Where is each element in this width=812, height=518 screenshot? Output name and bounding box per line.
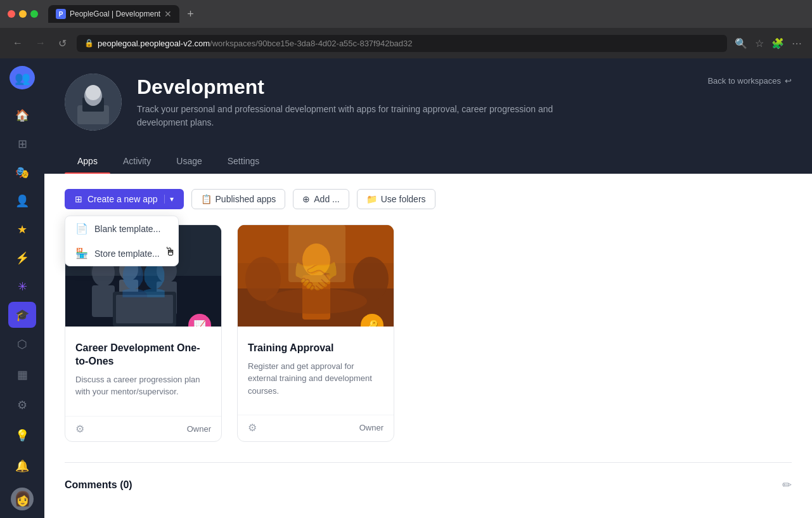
add-icon: ⊕ — [302, 194, 310, 204]
comments-section: Comments (0) ✏ — [65, 462, 792, 492]
svg-rect-24 — [288, 225, 345, 282]
use-folders-button[interactable]: 📁 Use folders — [357, 189, 435, 209]
sidebar-item-table[interactable]: ▦ — [8, 361, 36, 389]
app-logo[interactable]: 👥 — [10, 66, 35, 89]
career-app-title: Career Development One-to-Ones — [75, 342, 211, 368]
trend-icon: 📈 — [193, 320, 206, 327]
training-owner-label: Owner — [359, 423, 383, 432]
people-icon: 🎭 — [15, 165, 29, 179]
table-icon: ▦ — [17, 368, 28, 382]
bookmark-icon[interactable]: ☆ — [755, 37, 764, 49]
app-card-training[interactable]: 🔑 Training Approval Register and get app… — [237, 224, 394, 442]
career-settings-icon[interactable]: ⚙ — [75, 423, 84, 435]
asterisk-icon: ✳ — [18, 280, 27, 294]
browser-tab[interactable]: P PeopleGoal | Development ✕ — [48, 5, 179, 23]
search-toolbar-icon[interactable]: 🔍 — [735, 37, 747, 49]
workspace-tabs: Apps Activity Usage Settings — [65, 148, 792, 174]
lock-icon: 🔒 — [84, 39, 94, 48]
tab-favicon: P — [56, 9, 66, 19]
main-content: Development Track your personal and prof… — [44, 58, 812, 518]
url-display: peoplegoal.peoplegoal-v2.com/workspaces/… — [98, 39, 413, 48]
back-button[interactable]: ← — [10, 35, 25, 51]
workspace-avatar — [65, 74, 122, 131]
grid-icon: ⊞ — [18, 137, 27, 151]
sidebar-item-structure[interactable]: ⬡ — [8, 330, 36, 358]
sidebar-item-development[interactable]: 🎓 — [8, 302, 36, 328]
sidebar-item-bell[interactable]: 🔔 — [8, 452, 36, 480]
back-arrow-icon: ↩ — [785, 76, 792, 86]
back-to-workspaces-link[interactable]: Back to workspaces ↩ — [707, 74, 792, 86]
training-app-desc: Register and get approval for external t… — [248, 360, 383, 398]
training-card-footer: ⚙ Owner — [238, 415, 394, 440]
profile-icon: 👤 — [15, 194, 29, 208]
sidebar-item-profile[interactable]: 👤 — [8, 188, 36, 214]
training-image-svg — [238, 225, 394, 327]
extensions-icon[interactable]: 🧩 — [771, 37, 784, 49]
edit-comment-icon[interactable]: ✏ — [782, 478, 792, 492]
sidebar-item-activity[interactable]: ⚡ — [8, 245, 36, 271]
create-icon: ⊞ — [75, 194, 82, 204]
sidebar-item-favorites[interactable]: ★ — [8, 216, 36, 242]
tab-close-icon[interactable]: ✕ — [164, 9, 172, 19]
tab-title: PeopleGoal | Development — [70, 10, 160, 18]
address-bar[interactable]: 🔒 peoplegoal.peoplegoal-v2.com/workspace… — [77, 35, 727, 52]
comments-title: Comments (0) — [65, 479, 132, 491]
store-template-icon: 🏪 — [75, 247, 88, 259]
maximize-button[interactable] — [30, 10, 38, 18]
close-button[interactable] — [8, 10, 15, 18]
sidebar-item-lightbulb[interactable]: 💡 — [8, 422, 36, 450]
workspace-title: Development — [137, 75, 581, 99]
home-icon: 🏠 — [15, 108, 29, 122]
svg-rect-14 — [116, 295, 173, 323]
tab-settings[interactable]: Settings — [215, 148, 273, 174]
card-image-training: 🔑 — [238, 225, 394, 327]
store-template-item[interactable]: 🏪 Store template... — [65, 241, 178, 266]
page-content: ⊞ Create a new app ▾ 📄 Blank template... — [44, 174, 812, 518]
svg-point-4 — [86, 85, 101, 100]
create-new-app-button[interactable]: ⊞ Create a new app ▾ — [65, 189, 184, 209]
published-icon: 📋 — [201, 194, 212, 204]
minimize-button[interactable] — [19, 10, 27, 18]
add-button[interactable]: ⊕ Add ... — [293, 189, 349, 209]
refresh-button[interactable]: ↺ — [56, 35, 69, 52]
workspace-avatar-image — [65, 74, 122, 131]
menu-icon[interactable]: ⋯ — [792, 37, 802, 49]
sidebar: 👥 🏠 ⊞ 🎭 👤 ★ ⚡ ✳ 🎓 — [0, 58, 44, 518]
career-owner-label: Owner — [187, 424, 211, 434]
blank-template-item[interactable]: 📄 Blank template... — [65, 216, 178, 241]
training-card-body: Training Approval Register and get appro… — [238, 327, 394, 415]
workspace-description: Track your personal and professional dev… — [137, 103, 581, 129]
user-avatar-icon: 👩 — [14, 491, 31, 507]
tab-usage[interactable]: Usage — [164, 148, 214, 174]
sidebar-item-home[interactable]: 🏠 — [8, 102, 36, 128]
training-app-title: Training Approval — [248, 342, 383, 355]
sidebar-item-apps[interactable]: ⊞ — [8, 131, 36, 157]
lightbulb-icon: 💡 — [15, 429, 29, 443]
back-label: Back to workspaces — [707, 76, 781, 86]
career-app-desc: Discuss a career progression plan with y… — [75, 373, 211, 398]
sidebar-item-integrations[interactable]: ✳ — [8, 273, 36, 299]
career-card-footer: ⚙ Owner — [65, 416, 221, 441]
folder-icon: 📁 — [366, 194, 377, 204]
gear-icon: ⚙ — [17, 398, 27, 412]
training-settings-icon[interactable]: ⚙ — [248, 422, 257, 434]
key-icon: 🔑 — [366, 320, 378, 327]
star-icon: ★ — [17, 223, 27, 236]
bell-icon: 🔔 — [15, 459, 29, 473]
forward-button[interactable]: → — [33, 35, 48, 51]
hex-icon: ⬡ — [17, 337, 27, 351]
user-avatar[interactable]: 👩 — [11, 488, 34, 510]
new-tab-button[interactable]: + — [187, 8, 194, 21]
traffic-lights — [8, 10, 38, 18]
svg-rect-8 — [92, 285, 115, 317]
published-apps-button[interactable]: 📋 Published apps — [191, 189, 286, 209]
apps-toolbar: ⊞ Create a new app ▾ 📄 Blank template... — [65, 189, 792, 209]
tab-activity[interactable]: Activity — [110, 148, 164, 174]
svg-point-23 — [266, 288, 367, 314]
workspace-header: Development Track your personal and prof… — [44, 58, 812, 174]
lightning-icon: ⚡ — [15, 251, 29, 265]
sidebar-item-people[interactable]: 🎭 — [8, 159, 36, 185]
dropdown-arrow-icon: ▾ — [164, 195, 174, 204]
sidebar-item-settings[interactable]: ⚙ — [8, 391, 36, 419]
tab-apps[interactable]: Apps — [65, 148, 110, 174]
